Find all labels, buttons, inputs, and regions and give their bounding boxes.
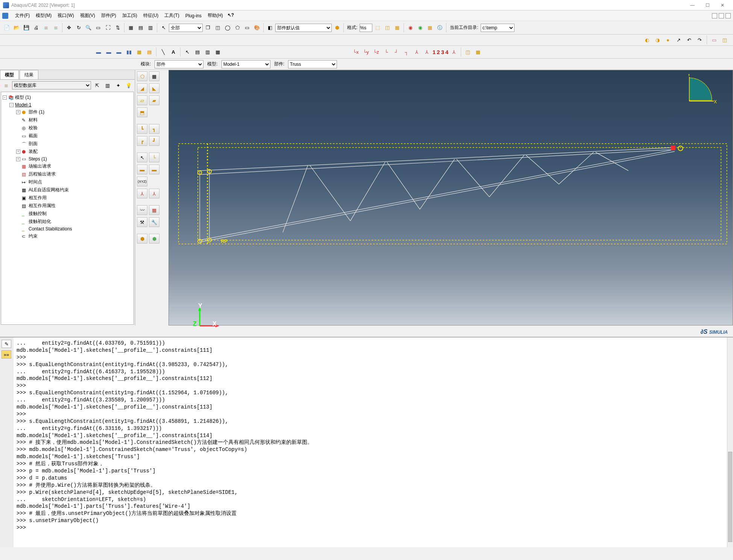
mdi-min-button[interactable] xyxy=(712,13,717,18)
tree-timepoints[interactable]: ↦时间点 xyxy=(1,178,134,186)
tree-wiz-icon[interactable]: ✦ xyxy=(114,81,123,90)
tool-partcell-icon[interactable]: ┗ xyxy=(137,124,147,134)
autofit-icon[interactable]: ⇅ xyxy=(113,23,122,32)
tool-partedge-icon[interactable]: ┏ xyxy=(137,136,147,146)
selrect2-icon[interactable]: ▭ xyxy=(243,23,252,32)
zoombox-icon[interactable]: ▭ xyxy=(94,23,103,32)
csys-3-icon[interactable]: └z xyxy=(372,48,381,57)
csys-1-icon[interactable]: └x xyxy=(351,48,360,57)
tool-csys2-icon[interactable]: ⅄ xyxy=(149,189,159,198)
rotate-icon[interactable]: ↻ xyxy=(74,23,83,32)
cube-red-icon[interactable]: ◉ xyxy=(406,23,415,32)
vp-c-icon[interactable]: ▬ xyxy=(114,48,123,57)
vp-cursor-icon[interactable]: ↖ xyxy=(183,48,192,57)
menu-feature[interactable]: 特征(U) xyxy=(140,11,162,20)
tree-section[interactable]: ▭截面 xyxy=(1,132,134,140)
menu-file[interactable]: 文件(F) xyxy=(12,11,33,20)
layout1-icon[interactable]: ▭ xyxy=(710,36,719,45)
tool-manager-icon[interactable]: ▦ xyxy=(149,71,159,81)
module-select[interactable]: 部件 xyxy=(155,60,203,68)
fit-icon[interactable]: ⛶ xyxy=(103,23,112,32)
display-group-select[interactable]: 部件默认值 xyxy=(275,24,332,32)
tab-result[interactable]: 结果 xyxy=(20,70,38,79)
box2-icon[interactable]: ◫ xyxy=(383,23,392,32)
kbd-mode-icon[interactable]: »» xyxy=(2,350,11,359)
view-2-button[interactable]: 2 xyxy=(437,49,440,55)
tool-cut-icon[interactable]: ▰ xyxy=(149,95,159,105)
viewport[interactable]: RP Y X xyxy=(168,70,733,325)
menu-tools[interactable]: 工具(T) xyxy=(161,11,182,20)
ellipse2-icon[interactable]: ◑ xyxy=(653,36,662,45)
tool-partface-icon[interactable]: ┓ xyxy=(149,124,159,134)
new-icon[interactable]: 📄 xyxy=(2,23,11,32)
workdir-select[interactable]: c:\temp xyxy=(481,24,514,32)
vp-list2-icon[interactable]: ▥ xyxy=(203,48,212,57)
tool-hammer-icon[interactable]: ⚒ xyxy=(137,217,147,227)
maximize-button[interactable]: ☐ xyxy=(700,1,715,10)
csys-8-icon[interactable]: ⅄ xyxy=(422,48,431,57)
tool-wave-icon[interactable]: 〰 xyxy=(137,205,147,215)
tree-fieldout[interactable]: ▦场输出请求 xyxy=(1,162,134,170)
tool-m2-icon[interactable]: ▬ xyxy=(149,165,159,174)
tree-filter-icon[interactable]: ▥ xyxy=(103,81,112,90)
tree-model1[interactable]: −Model-1 xyxy=(1,101,134,108)
grid3-icon[interactable]: ▥ xyxy=(146,23,155,32)
vp-b-icon[interactable]: ▬ xyxy=(104,48,113,57)
selection-scope-select[interactable]: 全部 xyxy=(169,24,203,32)
tree-profile[interactable]: ⌒剖面 xyxy=(1,140,134,148)
flag-icon[interactable]: ◧ xyxy=(266,23,275,32)
close-button[interactable]: ✕ xyxy=(715,1,730,10)
info-icon[interactable]: ⓘ xyxy=(435,23,444,32)
tree-intprop[interactable]: ▤相互作用属性 xyxy=(1,202,134,210)
circle-icon[interactable]: ● xyxy=(663,36,672,45)
mdi-restore-button[interactable] xyxy=(719,13,724,18)
tree-interaction[interactable]: ▣相互作用 xyxy=(1,194,134,202)
menu-help[interactable]: 帮助(H) xyxy=(205,11,226,20)
model-db-select[interactable]: 模型数据库 xyxy=(12,81,91,89)
tree-assembly[interactable]: +⬢装配 xyxy=(1,148,134,156)
tool-geo1-icon[interactable]: ⬢ xyxy=(137,234,147,244)
vp-d-icon[interactable]: ▮▮ xyxy=(124,48,134,57)
csys-9-icon[interactable]: ⅄ xyxy=(449,48,458,57)
minimize-button[interactable]: — xyxy=(685,1,700,10)
tool-csys1-icon[interactable]: ⅄ xyxy=(137,189,147,198)
tree-materials[interactable]: ✎材料 xyxy=(1,116,134,124)
print-icon[interactable]: 🖨 xyxy=(32,23,41,32)
tool-revolve-icon[interactable]: ◣ xyxy=(149,83,159,93)
tree-steps[interactable]: +▭Steps (1) xyxy=(1,156,134,162)
tool-xyz-icon[interactable]: (XYZ) xyxy=(137,177,147,186)
vp-text-icon[interactable]: A xyxy=(169,48,178,57)
undo-icon[interactable]: ↶ xyxy=(684,36,694,45)
vp-list3-icon[interactable]: ▦ xyxy=(213,48,222,57)
zoom-icon[interactable]: 🔍 xyxy=(84,23,93,32)
cube-green-icon[interactable]: ◉ xyxy=(416,23,425,32)
copy-icon[interactable]: ❐ xyxy=(203,23,212,32)
vp-e-icon[interactable]: ▦ xyxy=(135,48,144,57)
arrow-icon[interactable]: ↗ xyxy=(674,36,683,45)
menu-view[interactable]: 视图(V) xyxy=(77,11,98,20)
tool-mesh-icon[interactable]: ▦ xyxy=(149,205,159,215)
tree-contactinit[interactable]: ⎯接触初始化 xyxy=(1,218,134,226)
selcirc-icon[interactable]: ◯ xyxy=(223,23,232,32)
block2-icon[interactable]: ▦ xyxy=(473,48,483,57)
menu-part[interactable]: 部件(P) xyxy=(98,11,119,20)
tree-ale[interactable]: ▦ALE自适应网格约束 xyxy=(1,186,134,194)
view-3-button[interactable]: 3 xyxy=(441,49,444,55)
ellipse1-icon[interactable]: ◐ xyxy=(642,36,651,45)
format-input[interactable] xyxy=(360,24,372,32)
view-4-button[interactable]: 4 xyxy=(445,49,448,55)
part-select[interactable]: Truss xyxy=(288,60,337,68)
tool-createpart-icon[interactable]: ⬠ xyxy=(137,71,147,81)
console-scrollbar[interactable] xyxy=(727,338,733,547)
tool-sweep-icon[interactable]: ▱ xyxy=(137,95,147,105)
mdi-close-button[interactable] xyxy=(725,13,731,18)
tree-calibration[interactable]: ◎校验 xyxy=(1,124,134,132)
vp-diag-icon[interactable]: ╲ xyxy=(159,48,168,57)
tree-histout[interactable]: ▤历程输出请求 xyxy=(1,170,134,178)
csys-6-icon[interactable]: ┐ xyxy=(402,48,411,57)
model-select[interactable]: Model-1 xyxy=(222,60,270,68)
tool-shell-icon[interactable]: ⬒ xyxy=(137,107,147,117)
db2-icon[interactable]: ≣ xyxy=(51,23,60,32)
python-console[interactable]: ... entity2=g.findAt((4.033769, 0.751591… xyxy=(14,338,727,547)
whatsthis-icon[interactable]: ↖? xyxy=(228,12,234,19)
